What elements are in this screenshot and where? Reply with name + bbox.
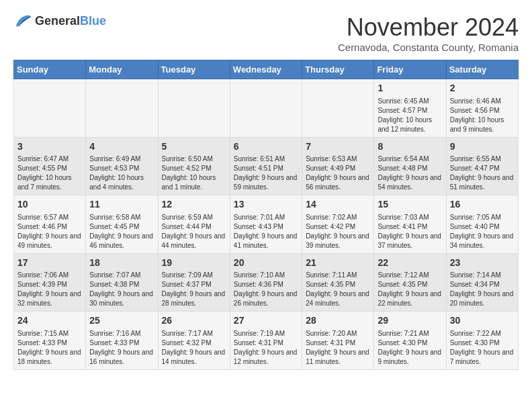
day-details: Sunrise: 6:50 AM Sunset: 4:52 PM Dayligh… xyxy=(162,154,226,192)
day-details: Sunrise: 7:09 AM Sunset: 4:37 PM Dayligh… xyxy=(162,271,226,308)
day-details: Sunrise: 6:49 AM Sunset: 4:53 PM Dayligh… xyxy=(89,154,154,192)
calendar-table: SundayMondayTuesdayWednesdayThursdayFrid… xyxy=(13,60,519,370)
day-number: 15 xyxy=(378,198,442,212)
calendar-cell: 9Sunrise: 6:55 AM Sunset: 4:47 PM Daylig… xyxy=(446,137,518,195)
day-number: 5 xyxy=(162,140,226,154)
day-number: 14 xyxy=(306,198,370,212)
day-number: 2 xyxy=(450,82,515,95)
col-header-saturday: Saturday xyxy=(446,60,518,79)
calendar-cell xyxy=(302,79,374,138)
logo-blue: Blue xyxy=(80,14,106,28)
logo-bird-icon xyxy=(13,13,32,28)
day-number: 1 xyxy=(378,82,442,95)
day-details: Sunrise: 6:58 AM Sunset: 4:45 PM Dayligh… xyxy=(89,213,154,250)
day-number: 16 xyxy=(450,198,515,212)
day-number: 18 xyxy=(89,257,154,270)
calendar-cell: 6Sunrise: 6:51 AM Sunset: 4:51 PM Daylig… xyxy=(230,137,302,195)
calendar-cell: 8Sunrise: 6:54 AM Sunset: 4:48 PM Daylig… xyxy=(374,137,446,195)
calendar-cell xyxy=(14,79,86,138)
col-header-sunday: Sunday xyxy=(14,60,86,79)
logo-general: General xyxy=(35,14,80,28)
calendar-cell: 20Sunrise: 7:10 AM Sunset: 4:36 PM Dayli… xyxy=(230,253,302,312)
col-header-wednesday: Wednesday xyxy=(230,60,302,79)
day-details: Sunrise: 7:21 AM Sunset: 4:30 PM Dayligh… xyxy=(378,329,442,367)
calendar-cell: 19Sunrise: 7:09 AM Sunset: 4:37 PM Dayli… xyxy=(158,253,230,312)
calendar-cell: 27Sunrise: 7:19 AM Sunset: 4:31 PM Dayli… xyxy=(230,312,302,370)
col-header-thursday: Thursday xyxy=(302,60,374,79)
day-number: 27 xyxy=(234,314,298,328)
day-number: 26 xyxy=(162,314,226,328)
day-number: 13 xyxy=(234,198,298,212)
day-number: 4 xyxy=(89,140,154,154)
day-details: Sunrise: 6:55 AM Sunset: 4:47 PM Dayligh… xyxy=(450,154,515,192)
title-block: November 2024 Cernavoda, Constanta Count… xyxy=(338,13,519,53)
calendar-cell: 26Sunrise: 7:17 AM Sunset: 4:32 PM Dayli… xyxy=(158,312,230,370)
calendar-week-row: 1Sunrise: 6:45 AM Sunset: 4:57 PM Daylig… xyxy=(14,79,519,138)
day-details: Sunrise: 7:12 AM Sunset: 4:35 PM Dayligh… xyxy=(378,271,442,308)
day-details: Sunrise: 7:10 AM Sunset: 4:36 PM Dayligh… xyxy=(234,271,298,308)
day-details: Sunrise: 7:05 AM Sunset: 4:40 PM Dayligh… xyxy=(450,213,515,250)
calendar-week-row: 10Sunrise: 6:57 AM Sunset: 4:46 PM Dayli… xyxy=(14,195,519,254)
day-details: Sunrise: 7:19 AM Sunset: 4:31 PM Dayligh… xyxy=(234,329,298,367)
calendar-week-row: 17Sunrise: 7:06 AM Sunset: 4:39 PM Dayli… xyxy=(14,253,519,312)
day-number: 12 xyxy=(162,198,226,212)
calendar-cell: 22Sunrise: 7:12 AM Sunset: 4:35 PM Dayli… xyxy=(374,253,446,312)
day-details: Sunrise: 7:03 AM Sunset: 4:41 PM Dayligh… xyxy=(378,213,442,250)
calendar-cell: 3Sunrise: 6:47 AM Sunset: 4:55 PM Daylig… xyxy=(14,137,86,195)
month-title: November 2024 xyxy=(338,13,519,42)
day-details: Sunrise: 6:51 AM Sunset: 4:51 PM Dayligh… xyxy=(234,154,298,192)
day-details: Sunrise: 7:16 AM Sunset: 4:33 PM Dayligh… xyxy=(89,329,154,367)
day-number: 22 xyxy=(378,257,442,270)
calendar-cell xyxy=(230,79,302,138)
calendar-cell: 16Sunrise: 7:05 AM Sunset: 4:40 PM Dayli… xyxy=(446,195,518,254)
day-details: Sunrise: 6:46 AM Sunset: 4:56 PM Dayligh… xyxy=(450,97,515,134)
day-number: 20 xyxy=(234,257,298,270)
calendar-cell: 30Sunrise: 7:22 AM Sunset: 4:30 PM Dayli… xyxy=(446,312,518,370)
day-details: Sunrise: 6:59 AM Sunset: 4:44 PM Dayligh… xyxy=(162,213,226,250)
calendar-week-row: 3Sunrise: 6:47 AM Sunset: 4:55 PM Daylig… xyxy=(14,137,519,195)
header-row: SundayMondayTuesdayWednesdayThursdayFrid… xyxy=(14,60,519,79)
day-number: 28 xyxy=(306,314,370,328)
day-details: Sunrise: 6:53 AM Sunset: 4:49 PM Dayligh… xyxy=(306,154,370,192)
day-number: 21 xyxy=(306,257,370,270)
day-details: Sunrise: 7:17 AM Sunset: 4:32 PM Dayligh… xyxy=(162,329,226,367)
calendar-cell: 7Sunrise: 6:53 AM Sunset: 4:49 PM Daylig… xyxy=(302,137,374,195)
calendar-cell: 1Sunrise: 6:45 AM Sunset: 4:57 PM Daylig… xyxy=(374,79,446,138)
calendar-cell: 2Sunrise: 6:46 AM Sunset: 4:56 PM Daylig… xyxy=(446,79,518,138)
day-number: 6 xyxy=(234,140,298,154)
calendar-cell xyxy=(86,79,158,138)
day-number: 7 xyxy=(306,140,370,154)
calendar-cell: 29Sunrise: 7:21 AM Sunset: 4:30 PM Dayli… xyxy=(374,312,446,370)
calendar-cell: 12Sunrise: 6:59 AM Sunset: 4:44 PM Dayli… xyxy=(158,195,230,254)
day-number: 10 xyxy=(17,198,82,212)
day-details: Sunrise: 7:02 AM Sunset: 4:42 PM Dayligh… xyxy=(306,213,370,250)
col-header-friday: Friday xyxy=(374,60,446,79)
calendar-week-row: 24Sunrise: 7:15 AM Sunset: 4:33 PM Dayli… xyxy=(14,312,519,370)
day-number: 8 xyxy=(378,140,442,154)
day-number: 29 xyxy=(378,314,442,328)
calendar-cell: 15Sunrise: 7:03 AM Sunset: 4:41 PM Dayli… xyxy=(374,195,446,254)
day-details: Sunrise: 7:11 AM Sunset: 4:35 PM Dayligh… xyxy=(306,271,370,308)
logo: GeneralBlue xyxy=(13,13,106,28)
calendar-cell: 28Sunrise: 7:20 AM Sunset: 4:31 PM Dayli… xyxy=(302,312,374,370)
col-header-monday: Monday xyxy=(86,60,158,79)
calendar-cell: 17Sunrise: 7:06 AM Sunset: 4:39 PM Dayli… xyxy=(14,253,86,312)
col-header-tuesday: Tuesday xyxy=(158,60,230,79)
calendar-cell: 14Sunrise: 7:02 AM Sunset: 4:42 PM Dayli… xyxy=(302,195,374,254)
calendar-cell: 13Sunrise: 7:01 AM Sunset: 4:43 PM Dayli… xyxy=(230,195,302,254)
calendar-cell: 25Sunrise: 7:16 AM Sunset: 4:33 PM Dayli… xyxy=(86,312,158,370)
calendar-cell: 4Sunrise: 6:49 AM Sunset: 4:53 PM Daylig… xyxy=(86,137,158,195)
location-subtitle: Cernavoda, Constanta County, Romania xyxy=(338,42,519,53)
day-details: Sunrise: 7:20 AM Sunset: 4:31 PM Dayligh… xyxy=(306,329,370,367)
calendar-cell: 10Sunrise: 6:57 AM Sunset: 4:46 PM Dayli… xyxy=(14,195,86,254)
day-number: 3 xyxy=(17,140,82,154)
day-details: Sunrise: 7:06 AM Sunset: 4:39 PM Dayligh… xyxy=(17,271,82,308)
day-details: Sunrise: 7:01 AM Sunset: 4:43 PM Dayligh… xyxy=(234,213,298,250)
day-details: Sunrise: 7:22 AM Sunset: 4:30 PM Dayligh… xyxy=(450,329,515,367)
day-details: Sunrise: 6:47 AM Sunset: 4:55 PM Dayligh… xyxy=(17,154,82,192)
day-details: Sunrise: 6:45 AM Sunset: 4:57 PM Dayligh… xyxy=(378,97,442,134)
day-number: 23 xyxy=(450,257,515,270)
calendar-cell: 18Sunrise: 7:07 AM Sunset: 4:38 PM Dayli… xyxy=(86,253,158,312)
calendar-cell xyxy=(158,79,230,138)
day-details: Sunrise: 7:15 AM Sunset: 4:33 PM Dayligh… xyxy=(17,329,82,367)
